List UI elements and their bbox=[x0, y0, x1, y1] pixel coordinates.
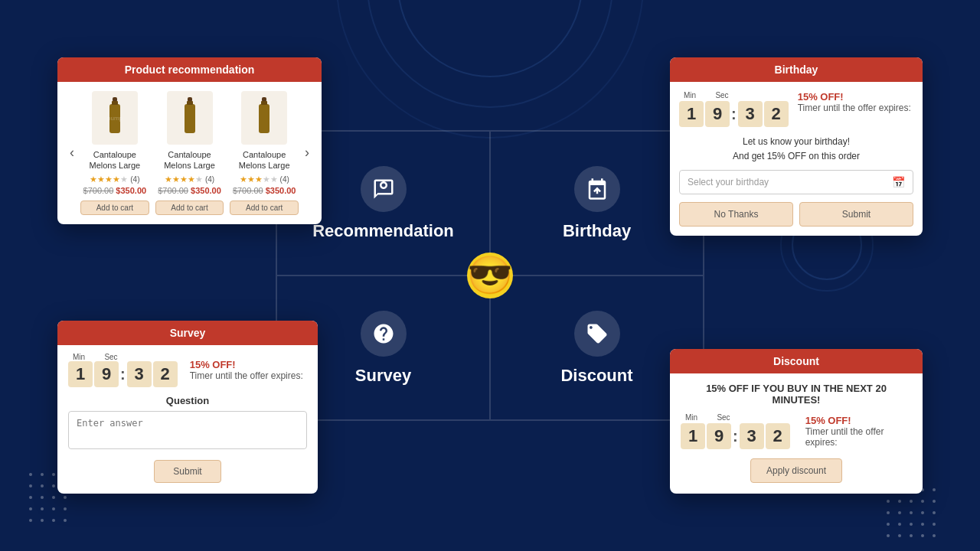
birthday-card-header: Birthday bbox=[670, 57, 923, 82]
survey-offer-info: 15% OFF! Timer until the offer expires: bbox=[190, 359, 303, 381]
recommendation-card-header: Product recommendation bbox=[57, 57, 322, 82]
birthday-input-placeholder: Select your birthday bbox=[688, 177, 769, 187]
survey-submit-button[interactable]: Submit bbox=[154, 460, 220, 483]
svg-point-6 bbox=[41, 473, 44, 476]
svg-point-9 bbox=[29, 484, 32, 487]
svg-point-36 bbox=[898, 511, 901, 514]
discount-card-title: Discount bbox=[773, 355, 819, 367]
birthday-buttons: No Thanks Submit bbox=[679, 202, 913, 227]
survey-expire-text: Timer until the offer expires: bbox=[190, 370, 303, 381]
svg-point-22 bbox=[41, 519, 44, 522]
svg-point-41 bbox=[898, 523, 901, 526]
product-stars: ★★★★★ (4) bbox=[155, 174, 224, 184]
svg-point-5 bbox=[29, 473, 32, 476]
discount-card: Discount 15% OFF IF YOU BUY IN THE NEXT … bbox=[670, 349, 923, 494]
product-item: pump Cantaloupe Melons Large ★★★★★ (4) $… bbox=[80, 91, 149, 215]
survey-digit-1: 1 bbox=[68, 361, 93, 387]
svg-point-35 bbox=[887, 511, 890, 514]
svg-point-32 bbox=[910, 500, 913, 503]
center-emoji: 😎 bbox=[467, 253, 513, 298]
product-stars: ★★★★★ (4) bbox=[80, 174, 149, 184]
svg-text:pump: pump bbox=[107, 115, 123, 122]
svg-point-33 bbox=[921, 500, 924, 503]
svg-point-30 bbox=[887, 500, 890, 503]
timer-digit-1: 1 bbox=[679, 101, 704, 127]
svg-rect-53 bbox=[112, 101, 118, 105]
svg-point-7 bbox=[52, 473, 55, 476]
prev-product-button[interactable]: ‹ bbox=[67, 142, 77, 164]
products-row: ‹ pump Cantaloupe Melons Large ★★ bbox=[67, 91, 312, 215]
product-name: Cantaloupe Melons Large bbox=[230, 149, 299, 171]
add-to-cart-button-1[interactable]: Add to cart bbox=[80, 201, 149, 215]
discount-icon bbox=[574, 311, 620, 357]
discount-card-header: Discount bbox=[670, 349, 923, 373]
discount-separator: : bbox=[733, 428, 738, 445]
birthday-submit-button[interactable]: Submit bbox=[799, 202, 913, 227]
birthday-card-title: Birthday bbox=[775, 64, 818, 76]
birthday-date-input[interactable]: Select your birthday 📅 bbox=[679, 170, 913, 194]
recommendation-label: Recommendation bbox=[312, 221, 454, 241]
no-thanks-button[interactable]: No Thanks bbox=[679, 202, 793, 227]
birthday-timer-labels: Min Sec bbox=[679, 91, 789, 99]
svg-point-34 bbox=[933, 500, 936, 503]
timer-digit-3: 3 bbox=[738, 101, 763, 127]
apply-discount-button[interactable]: Apply discount bbox=[750, 458, 842, 483]
product-name: Cantaloupe Melons Large bbox=[80, 149, 149, 171]
product-item: Cantaloupe Melons Large ★★★★★ (4) $700.0… bbox=[230, 91, 299, 215]
svg-point-20 bbox=[64, 507, 67, 510]
survey-digit-2: 9 bbox=[94, 361, 119, 387]
svg-point-49 bbox=[933, 534, 936, 537]
survey-card-header: Survey bbox=[57, 321, 318, 345]
discount-digit-2: 9 bbox=[707, 423, 731, 449]
birthday-message-line1: Let us know your birthday! bbox=[743, 136, 850, 147]
survey-answer-input[interactable] bbox=[68, 411, 307, 449]
birthday-offer-info: 15% OFF! Timer until the offer expires: bbox=[798, 91, 913, 113]
survey-timer-group: Min Sec 1 9 : 3 2 bbox=[68, 353, 178, 387]
svg-rect-58 bbox=[187, 101, 193, 105]
survey-card-title: Survey bbox=[170, 327, 206, 339]
svg-point-2 bbox=[337, 0, 643, 138]
product-item: Cantaloupe Melons Large ★★★★★ (4) $700.0… bbox=[155, 91, 224, 215]
product-price: $700.00 $350.00 bbox=[80, 186, 149, 195]
survey-question-label: Question bbox=[68, 395, 307, 406]
next-product-button[interactable]: › bbox=[302, 142, 312, 164]
svg-point-15 bbox=[52, 496, 55, 499]
svg-point-18 bbox=[41, 507, 44, 510]
recommendation-card-title: Product recommendation bbox=[125, 64, 255, 76]
add-to-cart-button-2[interactable]: Add to cart bbox=[155, 201, 224, 215]
birthday-message-line2: And get 15% OFF on this order bbox=[733, 151, 860, 161]
svg-point-29 bbox=[933, 488, 936, 491]
birthday-card: Birthday Min Sec 1 9 : 3 2 15% OFF! bbox=[670, 57, 923, 236]
svg-point-48 bbox=[921, 534, 924, 537]
svg-point-0 bbox=[398, 0, 582, 77]
survey-digit-3: 3 bbox=[127, 361, 152, 387]
svg-point-24 bbox=[64, 519, 67, 522]
discount-card-body: 15% OFF IF YOU BUY IN THE NEXT 20 MINUTE… bbox=[670, 373, 923, 494]
svg-point-16 bbox=[64, 496, 67, 499]
birthday-off-text: 15% OFF! bbox=[798, 91, 913, 103]
birthday-timer-group: Min Sec 1 9 : 3 2 bbox=[679, 91, 789, 127]
timer-digit-2: 9 bbox=[705, 101, 730, 127]
svg-point-11 bbox=[52, 484, 55, 487]
svg-point-37 bbox=[910, 511, 913, 514]
discount-sec-label: Sec bbox=[713, 413, 734, 422]
discount-label: Discount bbox=[560, 366, 632, 386]
product-name: Cantaloupe Melons Large bbox=[155, 149, 224, 171]
discount-min-label: Min bbox=[681, 413, 702, 422]
survey-min-label: Min bbox=[68, 353, 90, 361]
calendar-icon: 📅 bbox=[892, 176, 905, 188]
svg-point-43 bbox=[921, 523, 924, 526]
svg-point-13 bbox=[29, 496, 32, 499]
svg-point-10 bbox=[41, 484, 44, 487]
products-list: pump Cantaloupe Melons Large ★★★★★ (4) $… bbox=[80, 91, 299, 215]
product-image bbox=[167, 91, 213, 145]
survey-off-text: 15% OFF! bbox=[190, 359, 303, 370]
svg-point-17 bbox=[29, 507, 32, 510]
svg-rect-61 bbox=[259, 104, 270, 133]
discount-expire-text: Timer until the offer expires: bbox=[805, 426, 912, 448]
svg-point-42 bbox=[910, 523, 913, 526]
birthday-timer-section: Min Sec 1 9 : 3 2 15% OFF! Timer until t… bbox=[679, 91, 913, 127]
product-stars: ★★★★★ (4) bbox=[230, 174, 299, 184]
add-to-cart-button-3[interactable]: Add to cart bbox=[230, 201, 299, 215]
discount-timer-group: Min Sec 1 9 : 3 2 bbox=[681, 413, 790, 449]
